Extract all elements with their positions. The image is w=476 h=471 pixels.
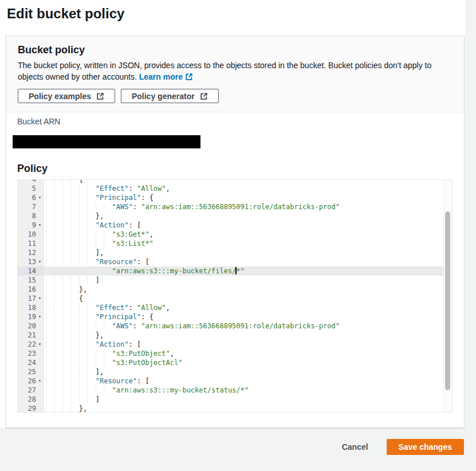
- code-line[interactable]: 28 ]: [18, 395, 444, 404]
- line-number[interactable]: 13▾: [18, 257, 44, 266]
- policy-generator-label: Policy generator: [132, 92, 195, 101]
- policy-section-title: Policy: [17, 162, 48, 175]
- code-line[interactable]: 15 ]: [18, 276, 444, 285]
- code-line[interactable]: 13▾ "Resource": [: [18, 257, 444, 266]
- line-number[interactable]: 17▾: [18, 294, 44, 303]
- editor-scrollbar-thumb[interactable]: [445, 211, 450, 390]
- line-number[interactable]: 14: [18, 266, 44, 276]
- code-line[interactable]: 27 "arn:aws:s3:::my-bucket/status/*": [18, 386, 444, 395]
- line-number[interactable]: 16: [18, 285, 44, 294]
- line-number[interactable]: 28: [18, 395, 44, 404]
- line-number[interactable]: 11: [18, 239, 44, 248]
- line-number[interactable]: 20: [18, 321, 44, 331]
- fold-toggle-icon[interactable]: ▾: [36, 312, 44, 321]
- code-line[interactable]: 18 "Effect": "Allow",: [18, 303, 444, 312]
- line-number[interactable]: 7: [18, 202, 44, 211]
- line-number[interactable]: 18: [18, 303, 44, 312]
- fold-toggle-icon[interactable]: ▾: [36, 294, 44, 303]
- code-line[interactable]: 20 "AWS": "arn:aws:iam::563668895091:rol…: [18, 321, 444, 331]
- description-text: The bucket policy, written in JSON, prov…: [18, 61, 431, 81]
- line-number[interactable]: 21: [18, 331, 44, 340]
- code-line[interactable]: 16 },: [18, 285, 444, 294]
- redacted-bucket-arn: [13, 135, 200, 148]
- code-line[interactable]: 11 "s3:List*": [18, 239, 444, 248]
- code-line[interactable]: 23 "s3:PutObject",: [18, 349, 444, 358]
- code-line[interactable]: 19▾ "Principal": {: [18, 312, 444, 321]
- code-line[interactable]: 7 "AWS": "arn:aws:iam::563668895091:role…: [18, 202, 444, 211]
- line-number[interactable]: 12: [18, 248, 44, 257]
- fold-toggle-icon[interactable]: ▾: [36, 376, 44, 386]
- line-number[interactable]: 29: [18, 404, 44, 413]
- learn-more-label: Learn more: [139, 72, 183, 81]
- learn-more-link[interactable]: Learn more: [139, 72, 193, 81]
- line-number[interactable]: 19▾: [18, 312, 44, 321]
- code-line[interactable]: 5 "Effect": "Allow",: [18, 184, 444, 193]
- line-number[interactable]: 6▾: [18, 193, 44, 202]
- code-line[interactable]: 14 "arn:aws:s3:::my-bucket/files/*": [18, 266, 444, 276]
- fold-toggle-icon[interactable]: ▾: [36, 193, 44, 202]
- code-line[interactable]: 8 },: [18, 211, 444, 221]
- card-title: Bucket policy: [18, 43, 453, 57]
- header-buttons-row: Policy examples Policy generator: [18, 89, 453, 103]
- code-line[interactable]: 22▾ "Action": [: [18, 340, 444, 349]
- page-title: Edit bucket policy: [7, 5, 124, 23]
- fold-toggle-icon[interactable]: ▾: [36, 340, 44, 349]
- policy-code-editor[interactable]: 4▾ {5 "Effect": "Allow",6▾ "Principal": …: [17, 179, 453, 413]
- code-line[interactable]: 4▾ {: [18, 179, 444, 184]
- bucket-arn-label: Bucket ARN: [17, 116, 60, 127]
- line-number[interactable]: 9▾: [18, 221, 44, 230]
- policy-examples-label: Policy examples: [29, 92, 91, 101]
- card-description: The bucket policy, written in JSON, prov…: [18, 60, 449, 84]
- line-number[interactable]: 10: [18, 230, 44, 239]
- code-line[interactable]: 24 "s3:PutObjectAcl": [18, 358, 444, 367]
- line-number[interactable]: 15: [18, 276, 44, 285]
- code-line[interactable]: 6▾ "Principal": {: [18, 193, 444, 202]
- line-number[interactable]: 27: [18, 386, 44, 395]
- fold-toggle-icon[interactable]: ▾: [36, 179, 44, 184]
- code-line[interactable]: 25 ],: [18, 367, 444, 376]
- code-line[interactable]: 26▾ "Resource": [: [18, 376, 444, 386]
- line-number[interactable]: 24: [18, 358, 44, 367]
- cancel-button[interactable]: Cancel: [342, 442, 368, 452]
- line-number[interactable]: 4▾: [18, 179, 44, 184]
- editor-rows: 4▾ {5 "Effect": "Allow",6▾ "Principal": …: [18, 179, 444, 413]
- footer-actions: Cancel Save changes: [342, 439, 464, 455]
- external-link-icon: [96, 92, 104, 100]
- policy-examples-button[interactable]: Policy examples: [18, 89, 115, 103]
- card-header: Bucket policy The bucket policy, written…: [6, 36, 464, 112]
- editor-scrollbar-track[interactable]: [443, 180, 452, 412]
- line-number[interactable]: 26▾: [18, 376, 44, 386]
- external-link-icon: [200, 92, 208, 100]
- content-column: Edit bucket policy Bucket policy The buc…: [0, 0, 465, 428]
- code-line[interactable]: 21 },: [18, 331, 444, 340]
- code-line[interactable]: 10 "s3:Get*",: [18, 230, 444, 239]
- save-changes-button[interactable]: Save changes: [387, 439, 464, 455]
- external-link-icon: [185, 72, 193, 84]
- code-line[interactable]: 17▾ {: [18, 294, 444, 303]
- line-number[interactable]: 23: [18, 349, 44, 358]
- line-number[interactable]: 5: [18, 184, 44, 193]
- code-line[interactable]: 9▾ "Action": [: [18, 221, 444, 230]
- policy-generator-button[interactable]: Policy generator: [121, 89, 219, 103]
- code-line[interactable]: 12 ],: [18, 248, 444, 257]
- line-number[interactable]: 22▾: [18, 340, 44, 349]
- fold-toggle-icon[interactable]: ▾: [36, 221, 44, 230]
- line-number[interactable]: 25: [18, 367, 44, 376]
- line-number[interactable]: 8: [18, 211, 44, 221]
- fold-toggle-icon[interactable]: ▾: [36, 257, 44, 266]
- code-line[interactable]: 29 },: [18, 404, 444, 413]
